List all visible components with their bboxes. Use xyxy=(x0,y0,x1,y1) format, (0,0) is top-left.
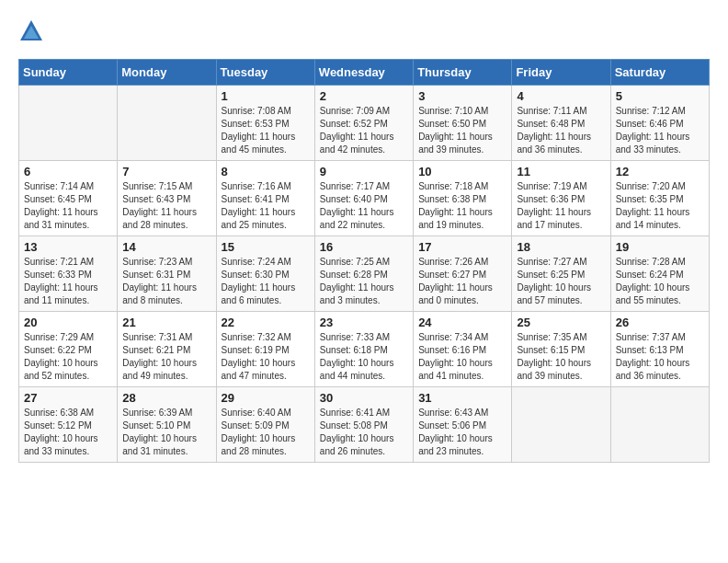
page-header xyxy=(18,18,710,44)
weekday-header-monday: Monday xyxy=(118,60,216,86)
day-number: 30 xyxy=(320,391,408,405)
day-detail: Sunrise: 7:32 AM Sunset: 6:19 PM Dayligh… xyxy=(222,331,310,383)
day-detail: Sunrise: 7:34 AM Sunset: 6:16 PM Dayligh… xyxy=(418,331,506,383)
calendar-week-row: 1Sunrise: 7:08 AM Sunset: 6:53 PM Daylig… xyxy=(19,86,710,161)
calendar-week-row: 13Sunrise: 7:21 AM Sunset: 6:33 PM Dayli… xyxy=(19,236,710,312)
calendar-cell: 6Sunrise: 7:14 AM Sunset: 6:45 PM Daylig… xyxy=(19,161,118,236)
day-number: 6 xyxy=(24,165,112,178)
day-number: 27 xyxy=(24,391,112,405)
calendar-cell: 31Sunrise: 6:43 AM Sunset: 5:06 PM Dayli… xyxy=(414,387,512,463)
weekday-header-saturday: Saturday xyxy=(610,60,709,86)
calendar-cell: 22Sunrise: 7:32 AM Sunset: 6:19 PM Dayli… xyxy=(216,312,314,387)
day-number: 5 xyxy=(616,89,704,103)
day-number: 2 xyxy=(320,89,408,103)
weekday-header-sunday: Sunday xyxy=(19,60,118,86)
day-number: 11 xyxy=(517,165,605,178)
calendar-cell xyxy=(118,86,216,161)
day-detail: Sunrise: 7:25 AM Sunset: 6:28 PM Dayligh… xyxy=(320,256,408,307)
day-number: 28 xyxy=(122,391,210,405)
day-detail: Sunrise: 7:24 AM Sunset: 6:30 PM Dayligh… xyxy=(222,256,310,307)
calendar-cell: 23Sunrise: 7:33 AM Sunset: 6:18 PM Dayli… xyxy=(314,312,413,387)
day-detail: Sunrise: 7:31 AM Sunset: 6:21 PM Dayligh… xyxy=(122,331,210,383)
calendar-cell: 26Sunrise: 7:37 AM Sunset: 6:13 PM Dayli… xyxy=(610,312,709,387)
calendar-cell: 4Sunrise: 7:11 AM Sunset: 6:48 PM Daylig… xyxy=(512,86,610,161)
day-detail: Sunrise: 7:08 AM Sunset: 6:53 PM Dayligh… xyxy=(222,105,310,156)
day-number: 21 xyxy=(122,316,210,329)
calendar-cell: 15Sunrise: 7:24 AM Sunset: 6:30 PM Dayli… xyxy=(216,236,314,312)
day-detail: Sunrise: 7:29 AM Sunset: 6:22 PM Dayligh… xyxy=(24,331,112,383)
calendar-cell: 20Sunrise: 7:29 AM Sunset: 6:22 PM Dayli… xyxy=(19,312,118,387)
calendar-table: SundayMondayTuesdayWednesdayThursdayFrid… xyxy=(18,59,710,463)
day-detail: Sunrise: 7:11 AM Sunset: 6:48 PM Dayligh… xyxy=(517,105,605,156)
day-number: 25 xyxy=(517,316,605,329)
calendar-cell xyxy=(512,387,610,463)
day-number: 16 xyxy=(320,240,408,254)
day-number: 24 xyxy=(418,316,506,329)
calendar-cell: 5Sunrise: 7:12 AM Sunset: 6:46 PM Daylig… xyxy=(610,86,709,161)
day-number: 19 xyxy=(616,240,704,254)
day-number: 10 xyxy=(418,165,506,178)
day-number: 18 xyxy=(517,240,605,254)
weekday-header-tuesday: Tuesday xyxy=(216,60,314,86)
day-detail: Sunrise: 6:41 AM Sunset: 5:08 PM Dayligh… xyxy=(320,407,408,458)
day-number: 31 xyxy=(418,391,506,405)
calendar-cell: 2Sunrise: 7:09 AM Sunset: 6:52 PM Daylig… xyxy=(314,86,413,161)
day-detail: Sunrise: 6:38 AM Sunset: 5:12 PM Dayligh… xyxy=(24,407,112,458)
calendar-cell: 17Sunrise: 7:26 AM Sunset: 6:27 PM Dayli… xyxy=(414,236,512,312)
day-number: 26 xyxy=(616,316,704,329)
calendar-cell: 14Sunrise: 7:23 AM Sunset: 6:31 PM Dayli… xyxy=(118,236,216,312)
calendar-cell: 30Sunrise: 6:41 AM Sunset: 5:08 PM Dayli… xyxy=(314,387,413,463)
calendar-cell xyxy=(19,86,118,161)
calendar-week-row: 6Sunrise: 7:14 AM Sunset: 6:45 PM Daylig… xyxy=(19,161,710,236)
day-detail: Sunrise: 7:09 AM Sunset: 6:52 PM Dayligh… xyxy=(320,105,408,156)
day-number: 12 xyxy=(616,165,704,178)
calendar-week-row: 20Sunrise: 7:29 AM Sunset: 6:22 PM Dayli… xyxy=(19,312,710,387)
day-detail: Sunrise: 7:18 AM Sunset: 6:38 PM Dayligh… xyxy=(418,180,506,232)
day-number: 23 xyxy=(320,316,408,329)
calendar-week-row: 27Sunrise: 6:38 AM Sunset: 5:12 PM Dayli… xyxy=(19,387,710,463)
day-number: 20 xyxy=(24,316,112,329)
day-number: 14 xyxy=(122,240,210,254)
calendar-cell: 11Sunrise: 7:19 AM Sunset: 6:36 PM Dayli… xyxy=(512,161,610,236)
calendar-cell: 25Sunrise: 7:35 AM Sunset: 6:15 PM Dayli… xyxy=(512,312,610,387)
calendar-cell: 21Sunrise: 7:31 AM Sunset: 6:21 PM Dayli… xyxy=(118,312,216,387)
day-detail: Sunrise: 7:17 AM Sunset: 6:40 PM Dayligh… xyxy=(320,180,408,232)
day-number: 13 xyxy=(24,240,112,254)
calendar-cell: 19Sunrise: 7:28 AM Sunset: 6:24 PM Dayli… xyxy=(610,236,709,312)
day-number: 4 xyxy=(517,89,605,103)
calendar-cell: 3Sunrise: 7:10 AM Sunset: 6:50 PM Daylig… xyxy=(414,86,512,161)
day-number: 9 xyxy=(320,165,408,178)
calendar-cell: 7Sunrise: 7:15 AM Sunset: 6:43 PM Daylig… xyxy=(118,161,216,236)
day-detail: Sunrise: 7:19 AM Sunset: 6:36 PM Dayligh… xyxy=(517,180,605,232)
day-detail: Sunrise: 7:26 AM Sunset: 6:27 PM Dayligh… xyxy=(418,256,506,307)
day-number: 22 xyxy=(222,316,310,329)
calendar-cell: 10Sunrise: 7:18 AM Sunset: 6:38 PM Dayli… xyxy=(414,161,512,236)
calendar-cell xyxy=(610,387,709,463)
day-number: 15 xyxy=(222,240,310,254)
day-number: 3 xyxy=(418,89,506,103)
day-detail: Sunrise: 6:40 AM Sunset: 5:09 PM Dayligh… xyxy=(222,407,310,458)
weekday-header-wednesday: Wednesday xyxy=(314,60,413,86)
calendar-cell: 27Sunrise: 6:38 AM Sunset: 5:12 PM Dayli… xyxy=(19,387,118,463)
day-detail: Sunrise: 6:39 AM Sunset: 5:10 PM Dayligh… xyxy=(122,407,210,458)
logo-icon xyxy=(18,18,44,44)
day-detail: Sunrise: 7:35 AM Sunset: 6:15 PM Dayligh… xyxy=(517,331,605,383)
calendar-cell: 29Sunrise: 6:40 AM Sunset: 5:09 PM Dayli… xyxy=(216,387,314,463)
calendar-cell: 13Sunrise: 7:21 AM Sunset: 6:33 PM Dayli… xyxy=(19,236,118,312)
day-detail: Sunrise: 7:12 AM Sunset: 6:46 PM Dayligh… xyxy=(616,105,704,156)
day-number: 17 xyxy=(418,240,506,254)
day-detail: Sunrise: 7:16 AM Sunset: 6:41 PM Dayligh… xyxy=(222,180,310,232)
day-detail: Sunrise: 7:21 AM Sunset: 6:33 PM Dayligh… xyxy=(24,256,112,307)
calendar-cell: 8Sunrise: 7:16 AM Sunset: 6:41 PM Daylig… xyxy=(216,161,314,236)
logo xyxy=(18,18,48,44)
calendar-cell: 9Sunrise: 7:17 AM Sunset: 6:40 PM Daylig… xyxy=(314,161,413,236)
day-detail: Sunrise: 7:10 AM Sunset: 6:50 PM Dayligh… xyxy=(418,105,506,156)
calendar-header-row: SundayMondayTuesdayWednesdayThursdayFrid… xyxy=(19,60,710,86)
day-number: 7 xyxy=(122,165,210,178)
day-detail: Sunrise: 7:20 AM Sunset: 6:35 PM Dayligh… xyxy=(616,180,704,232)
day-detail: Sunrise: 7:28 AM Sunset: 6:24 PM Dayligh… xyxy=(616,256,704,307)
day-detail: Sunrise: 7:37 AM Sunset: 6:13 PM Dayligh… xyxy=(616,331,704,383)
calendar-cell: 12Sunrise: 7:20 AM Sunset: 6:35 PM Dayli… xyxy=(610,161,709,236)
day-detail: Sunrise: 7:23 AM Sunset: 6:31 PM Dayligh… xyxy=(122,256,210,307)
weekday-header-thursday: Thursday xyxy=(414,60,512,86)
